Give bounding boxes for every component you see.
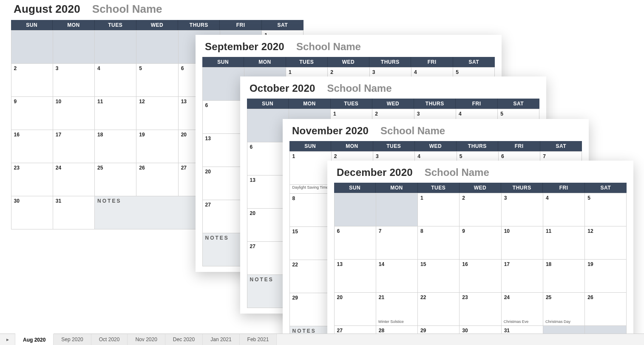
calendar-cell[interactable] [376,193,418,226]
date-number: 27 [337,328,373,334]
calendar-cell[interactable]: 20 [334,292,376,326]
calendar-cell[interactable]: 7 [376,226,418,260]
calendar-cell[interactable]: 21Winter Solstice [376,292,418,326]
date-number: 17 [56,132,92,138]
calendar-cell[interactable]: 20 [202,167,244,200]
calendar-cell[interactable]: 8 [289,193,332,227]
calendar-cell[interactable]: 23 [459,292,501,326]
calendar-cell[interactable]: 22 [289,260,332,293]
day-header-cell: TUES [373,141,415,151]
sheet-tab[interactable]: Aug 2020 [15,334,54,345]
date-number: 12 [587,228,624,234]
sheet-tab[interactable]: Sep 2020 [54,334,91,345]
day-header: SUNMONTUESWEDTHURSFRISAT [11,20,304,30]
date-number: 12 [139,99,175,105]
date-number: 1 [420,195,457,201]
workspace: August 2020 School Name SUNMONTUESWEDTHU… [0,0,644,334]
calendar-cell[interactable]: 30 [11,196,53,229]
calendar-cell[interactable]: 4 [543,193,585,226]
date-number: 19 [139,132,175,138]
tab-scroll-arrow-icon[interactable]: ▸ [0,334,15,345]
calendar-cell[interactable]: 5 [136,63,178,97]
sheet-tab[interactable]: Jan 2021 [203,334,239,345]
calendar-cell[interactable]: 19 [584,259,627,293]
date-number: 7 [379,228,415,234]
calendar-cell[interactable] [53,30,95,64]
calendar-cell[interactable]: 17 [53,130,95,163]
day-header-cell: MON [376,183,417,193]
calendar-cell[interactable]: 23 [11,163,53,196]
school-name: School Name [327,82,392,94]
calendar-cell[interactable]: 13 [334,259,376,293]
date-number: 2 [462,195,498,201]
calendar-cell[interactable]: 14 [376,259,418,293]
date-number: 17 [504,261,540,267]
calendar-cell[interactable]: 1 [417,193,460,226]
calendar-cell[interactable]: 11 [543,226,585,260]
date-number: 23 [14,165,50,171]
calendar-cell[interactable]: 25 [94,163,136,196]
calendar-cell[interactable]: 25Christmas Day [543,292,585,326]
calendar-cell[interactable]: 18 [543,259,585,293]
calendar-cell[interactable]: 12 [584,226,627,260]
calendar-cell[interactable]: 11 [94,96,136,130]
calendar-cell[interactable]: 9 [459,226,501,260]
calendar-cell[interactable]: 15 [289,226,332,260]
school-name: School Name [380,125,445,137]
calendar-december: December 2020 School Name SUNMONTUESWEDT… [327,161,633,345]
calendar-cell[interactable]: 10 [501,226,543,260]
calendar-cell[interactable]: 6 [334,226,376,260]
event-label: Christmas Eve [504,320,542,324]
calendar-cell[interactable] [136,30,178,64]
date-number: 16 [462,261,498,267]
calendar-cell[interactable]: 13 [202,133,244,167]
date-number: 4 [417,153,454,159]
calendar-cell[interactable]: 24Christmas Eve [501,292,543,326]
date-number: 1 [333,111,369,117]
calendar-cell[interactable]: 8 [417,226,460,260]
date-number: 27 [250,243,286,249]
calendar-cell[interactable]: 2 [11,63,53,97]
calendar-cell[interactable]: 31 [53,196,95,229]
date-number: 22 [292,262,329,268]
calendar-cell[interactable]: 9 [11,96,53,130]
date-number: 5 [139,65,175,71]
day-header-cell: MON [244,57,286,67]
calendar-cell[interactable]: 16 [11,130,53,163]
calendar-cell[interactable]: 26 [584,292,627,326]
calendar-cell[interactable]: 5 [584,193,627,226]
calendar-cell[interactable]: 10 [53,96,95,130]
calendar-cell[interactable]: 27 [202,200,244,233]
calendar-cell[interactable]: 3 [53,63,95,97]
calendar-cell[interactable]: 16 [459,259,501,293]
sheet-tab[interactable]: Nov 2020 [128,334,165,345]
calendar-cell[interactable]: 15 [417,259,460,293]
sheet-tab[interactable]: Oct 2020 [91,334,128,345]
day-header-cell: SUN [289,141,331,151]
calendar-cell[interactable]: 18 [94,130,136,163]
calendar-cell[interactable]: 12 [136,96,178,130]
calendar-cell[interactable]: 6 [202,100,244,134]
calendar-cell[interactable] [11,30,53,64]
calendar-cell[interactable]: 2 [459,193,501,226]
calendar-cell[interactable]: 4 [94,63,136,97]
calendar-cell[interactable] [334,193,376,226]
sheet-tab[interactable]: Feb 2021 [240,334,277,345]
day-header-cell: WED [328,57,369,67]
day-header-cell: MON [53,20,94,30]
calendar-cell[interactable]: 3 [501,193,543,226]
calendar-cell[interactable]: 1 [289,151,332,185]
calendar-cell[interactable]: 17 [501,259,543,293]
calendar-cell[interactable] [94,30,136,64]
date-number: 6 [501,153,537,159]
date-number: 3 [56,65,92,71]
day-header: SUNMONTUESWEDTHURSFRISAT [289,141,582,151]
calendar-cell[interactable]: 26 [136,163,178,196]
calendar-cell[interactable]: 29 [289,293,332,326]
calendar-cell[interactable] [202,67,244,101]
date-number: 5 [587,195,624,201]
calendar-cell[interactable]: 22 [417,292,460,326]
calendar-cell[interactable]: 24 [53,163,95,196]
calendar-cell[interactable]: 19 [136,130,178,163]
sheet-tab[interactable]: Dec 2020 [165,334,203,345]
